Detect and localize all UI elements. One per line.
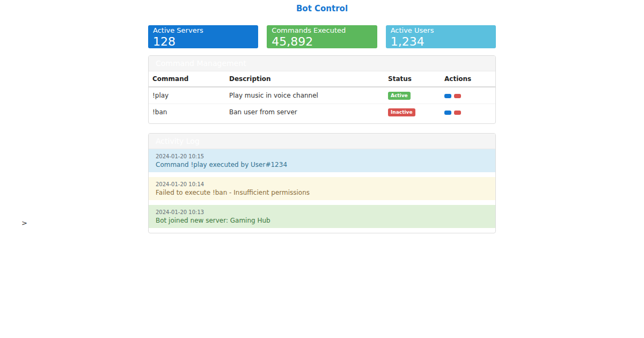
stat-value: 45,892 xyxy=(272,35,372,48)
stats-row: Active Servers 128 Commands Executed 45,… xyxy=(148,25,496,48)
activity-panel-header: Activity Log xyxy=(149,134,495,149)
log-timestamp: 2024-01-20 10:13 xyxy=(156,209,488,216)
stray-text: > xyxy=(21,219,27,227)
log-entry: 2024-01-20 10:13 Bot joined new server: … xyxy=(149,205,495,228)
log-message: Bot joined new server: Gaming Hub xyxy=(156,217,488,225)
status-cell: Inactive xyxy=(384,104,441,121)
edit-button[interactable] xyxy=(444,111,451,115)
delete-button[interactable] xyxy=(454,94,461,98)
column-header-status: Status xyxy=(384,71,441,87)
stat-value: 1,234 xyxy=(391,35,491,48)
log-entry: 2024-01-20 10:15 Command !play executed … xyxy=(149,149,495,172)
column-header-actions: Actions xyxy=(441,71,495,87)
log-message: Command !play executed by User#1234 xyxy=(156,161,488,169)
status-badge: Active xyxy=(388,92,411,100)
delete-button[interactable] xyxy=(454,111,461,115)
page-title: Bot Control xyxy=(148,4,496,13)
actions-cell xyxy=(441,104,495,121)
table-header-row: Command Description Status Actions xyxy=(149,71,495,87)
command-management-panel: Command Management Command Description S… xyxy=(148,55,496,124)
command-panel-header: Command Management xyxy=(149,56,495,71)
column-header-command: Command xyxy=(149,71,225,87)
stat-label: Active Users xyxy=(391,26,491,35)
actions-cell xyxy=(441,87,495,104)
stat-value: 128 xyxy=(153,35,253,48)
status-cell: Active xyxy=(384,87,441,104)
log-message: Failed to execute !ban - Insufficient pe… xyxy=(156,189,488,197)
stat-label: Active Servers xyxy=(153,26,253,35)
log-entries: 2024-01-20 10:15 Command !play executed … xyxy=(149,149,495,228)
commands-table: Command Description Status Actions !play… xyxy=(149,71,495,120)
status-badge: Inactive xyxy=(388,108,415,116)
stat-card-commands-executed: Commands Executed 45,892 xyxy=(267,25,377,48)
activity-log-panel: Activity Log 2024-01-20 10:15 Command !p… xyxy=(148,133,496,233)
log-timestamp: 2024-01-20 10:14 xyxy=(156,181,488,188)
edit-button[interactable] xyxy=(444,94,451,98)
log-timestamp: 2024-01-20 10:15 xyxy=(156,153,488,160)
stat-label: Commands Executed xyxy=(272,26,372,35)
table-row: !ban Ban user from server Inactive xyxy=(149,104,495,121)
main-container: Bot Control Active Servers 128 Commands … xyxy=(148,4,496,233)
column-header-description: Description xyxy=(225,71,384,87)
stat-card-active-users: Active Users 1,234 xyxy=(386,25,496,48)
log-entry: 2024-01-20 10:14 Failed to execute !ban … xyxy=(149,177,495,200)
description-cell: Play music in voice channel xyxy=(225,87,384,104)
command-cell: !play xyxy=(149,87,225,104)
stat-card-active-servers: Active Servers 128 xyxy=(148,25,258,48)
description-cell: Ban user from server xyxy=(225,104,384,121)
table-row: !play Play music in voice channel Active xyxy=(149,87,495,104)
command-cell: !ban xyxy=(149,104,225,121)
